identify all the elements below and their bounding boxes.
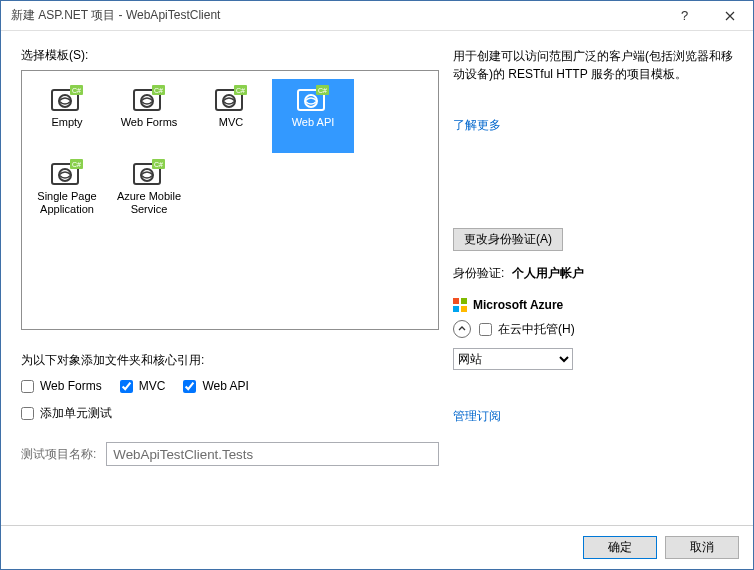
help-button[interactable]: ? xyxy=(661,1,707,31)
chevron-up-icon xyxy=(458,325,466,333)
template-label: Web Forms xyxy=(119,116,180,129)
check-webapi-input[interactable] xyxy=(183,380,196,393)
svg-rect-25 xyxy=(453,298,459,304)
template-icon: C# xyxy=(296,84,330,112)
svg-point-2 xyxy=(59,95,71,107)
check-webapi[interactable]: Web API xyxy=(183,379,248,393)
template-label: Empty xyxy=(49,116,84,129)
template-empty[interactable]: C# Empty xyxy=(26,79,108,153)
svg-rect-28 xyxy=(461,306,467,312)
unit-tests-row: 添加单元测试 xyxy=(21,405,439,422)
svg-text:?: ? xyxy=(681,9,688,23)
cancel-button[interactable]: 取消 xyxy=(665,536,739,559)
svg-text:C#: C# xyxy=(236,87,245,94)
check-unittests-input[interactable] xyxy=(21,407,34,420)
template-label: Single Page Application xyxy=(27,190,107,216)
check-webforms-input[interactable] xyxy=(21,380,34,393)
azure-title: Microsoft Azure xyxy=(473,298,563,312)
check-mvc[interactable]: MVC xyxy=(120,379,166,393)
check-unittests-label: 添加单元测试 xyxy=(40,405,112,422)
ok-button[interactable]: 确定 xyxy=(583,536,657,559)
auth-status: 身份验证: 个人用户帐户 xyxy=(453,265,733,282)
check-webforms[interactable]: Web Forms xyxy=(21,379,102,393)
template-description: 用于创建可以访问范围广泛的客户端(包括浏览器和移动设备)的 RESTful HT… xyxy=(453,47,733,117)
folders-checkboxes: Web Forms MVC Web API xyxy=(21,379,439,393)
check-host-cloud[interactable]: 在云中托管(H) xyxy=(479,321,575,338)
template-icon: C# xyxy=(50,84,84,112)
template-icon: C# xyxy=(132,158,166,186)
svg-rect-26 xyxy=(461,298,467,304)
title-bar: 新建 ASP.NET 项目 - WebApiTestClient ? xyxy=(1,1,753,31)
check-host-cloud-label: 在云中托管(H) xyxy=(498,321,575,338)
svg-point-22 xyxy=(141,169,153,181)
svg-point-6 xyxy=(141,95,153,107)
svg-text:C#: C# xyxy=(154,87,163,94)
left-pane: 选择模板(S): C# Empty C# Web Forms C# MVC C#… xyxy=(1,31,443,525)
template-list: C# Empty C# Web Forms C# MVC C# Web API … xyxy=(21,70,439,330)
svg-point-10 xyxy=(223,95,235,107)
svg-text:C#: C# xyxy=(154,161,163,168)
window-title: 新建 ASP.NET 项目 - WebApiTestClient xyxy=(11,7,661,24)
host-type-row: 网站 xyxy=(453,348,733,370)
learn-more-link[interactable]: 了解更多 xyxy=(453,117,733,134)
test-project-row: 测试项目名称: xyxy=(21,442,439,466)
select-template-label: 选择模板(S): xyxy=(21,47,439,64)
windows-icon xyxy=(453,298,467,312)
folders-label: 为以下对象添加文件夹和核心引用: xyxy=(21,352,439,369)
svg-point-18 xyxy=(59,169,71,181)
svg-point-14 xyxy=(305,95,317,107)
dialog-footer: 确定 取消 xyxy=(1,525,753,569)
template-spa[interactable]: C# Single Page Application xyxy=(26,153,108,227)
dialog-content: 选择模板(S): C# Empty C# Web Forms C# MVC C#… xyxy=(1,31,753,525)
template-label: Azure Mobile Service xyxy=(109,190,189,216)
auth-label: 身份验证: xyxy=(453,266,504,280)
check-mvc-input[interactable] xyxy=(120,380,133,393)
svg-text:C#: C# xyxy=(72,161,81,168)
check-webforms-label: Web Forms xyxy=(40,379,102,393)
change-auth-button[interactable]: 更改身份验证(A) xyxy=(453,228,563,251)
close-button[interactable] xyxy=(707,1,753,31)
check-mvc-label: MVC xyxy=(139,379,166,393)
manage-subscription-link[interactable]: 管理订阅 xyxy=(453,408,733,425)
test-project-input xyxy=(106,442,439,466)
svg-text:C#: C# xyxy=(318,87,327,94)
right-pane: 用于创建可以访问范围广泛的客户端(包括浏览器和移动设备)的 RESTful HT… xyxy=(443,31,753,525)
template-webforms[interactable]: C# Web Forms xyxy=(108,79,190,153)
template-icon: C# xyxy=(132,84,166,112)
svg-text:C#: C# xyxy=(72,87,81,94)
template-label: MVC xyxy=(217,116,245,129)
check-webapi-label: Web API xyxy=(202,379,248,393)
host-type-select[interactable]: 网站 xyxy=(453,348,573,370)
expand-button[interactable] xyxy=(453,320,471,338)
template-webapi[interactable]: C# Web API xyxy=(272,79,354,153)
template-label: Web API xyxy=(290,116,337,129)
template-mvc[interactable]: C# MVC xyxy=(190,79,272,153)
template-azuremobile[interactable]: C# Azure Mobile Service xyxy=(108,153,190,227)
template-icon: C# xyxy=(50,158,84,186)
template-icon: C# xyxy=(214,84,248,112)
host-cloud-row: 在云中托管(H) xyxy=(453,320,733,338)
svg-rect-27 xyxy=(453,306,459,312)
auth-value: 个人用户帐户 xyxy=(512,266,584,280)
check-unittests[interactable]: 添加单元测试 xyxy=(21,405,112,422)
check-host-cloud-input[interactable] xyxy=(479,323,492,336)
azure-heading: Microsoft Azure xyxy=(453,298,733,312)
test-project-label: 测试项目名称: xyxy=(21,446,96,463)
